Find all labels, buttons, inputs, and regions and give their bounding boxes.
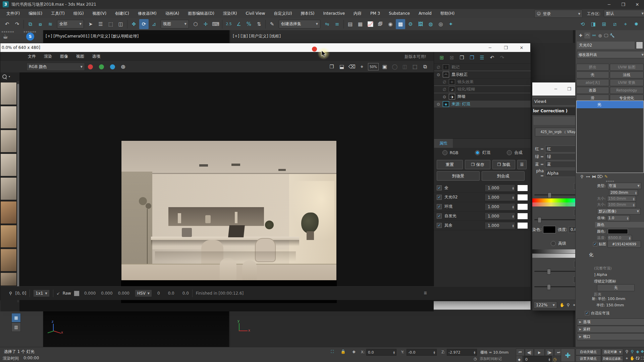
create-tab-icon[interactable]: ✚ [578,33,584,39]
viewport-right-label[interactable]: [+] [顶] [用户定义] [线框] [233,34,281,39]
redo-correction-icon[interactable]: ↷ [497,53,507,62]
rollout-sampling[interactable]: ▶采样 [577,326,644,333]
vfb-new-version-link[interactable]: 新版本可用! [405,54,426,60]
layer-row-lens-effects[interactable]: ∅ ✛ 镜头效果 [434,78,531,86]
texture-map-button[interactable]: #1914240699 [607,241,641,248]
menu-civil-view[interactable]: Civil View [241,9,270,18]
checkbox-checked-icon[interactable]: ✓ [593,242,597,246]
select-and-move-icon[interactable]: ✥ [129,19,139,29]
radio-rgb[interactable]: RGB [442,150,459,155]
modifier-button[interactable]: 改器 [576,87,609,94]
lightmix-menu-icon[interactable]: ☰ [517,160,527,169]
vfb-save-channels-icon[interactable]: ⬓ [337,62,347,71]
history-thumbnail[interactable] [0,249,17,272]
auto-key-button[interactable]: 自动关键点 [576,349,601,355]
slate-zoom-dropdown[interactable]: 122%▼ [534,301,557,309]
menu-content[interactable]: 内容 [349,9,366,18]
visibility-off-icon[interactable]: ∅ [440,80,449,84]
selection-lock-icon[interactable]: 🔒 [340,349,346,355]
snap-toggle-icon[interactable]: 2.5 [224,19,233,29]
vfb-save-image-icon[interactable]: ❒ [327,62,337,71]
vfb-minimize-icon[interactable]: ─ [483,43,497,52]
z-coordinate-field[interactable]: -2.972▲▼ [447,349,477,356]
lightmix-multiplier-spinner[interactable]: 1.000▲▼ [485,184,515,192]
keyboard-shortcut-override-icon[interactable]: ⌨ [211,19,220,29]
lightmix-multiplier-spinner[interactable]: 1.000▲▼ [485,203,515,210]
go-to-start-icon[interactable]: ⏮ [516,349,525,356]
red-channel-icon[interactable] [88,64,93,69]
render-production-icon[interactable]: ◍ [426,19,435,29]
workspace-dropdown[interactable]: 默认 ▼ [604,10,644,17]
layer-row-denoise[interactable]: ⊙ ◑ 降噪 [434,93,531,101]
menu-rendering[interactable]: 渲染(R) [219,9,241,18]
history-thumbnail[interactable] [0,154,17,176]
play-icon[interactable]: ▶ [534,349,545,356]
lightmix-multiplier-spinner[interactable]: 1.000▲▼ [485,213,515,220]
vfb-channel-dropdown[interactable]: RGB 颜色 ▼ [26,63,85,71]
vfb-canvas[interactable] [19,72,434,311]
lightmix-load-button[interactable]: ❐加载 [492,160,515,169]
param-dropdown[interactable]: 穹顶▼ [607,183,641,189]
param-spinner[interactable]: 1.0▲▼ [607,215,630,221]
select-and-link-icon[interactable]: ⧉ [25,19,35,29]
advanced-radio[interactable]: 高级 [551,241,566,246]
save-layers-icon[interactable]: ❒ [457,53,467,62]
previous-frame-icon[interactable]: ◀‖ [525,349,534,356]
render-setup-icon[interactable]: ⚙ [406,19,415,29]
param-spinner[interactable]: 100.0mm▲▼ [607,202,636,208]
object-color-swatch[interactable] [636,42,643,49]
zoom-icon[interactable]: ⚲ [565,302,571,308]
history-thumbnail[interactable] [0,82,17,105]
slate-material-editor-icon[interactable]: ▩ [396,19,405,29]
toolbar-array-icon[interactable]: ⊞ [599,19,609,29]
hierarchy-tab-icon[interactable]: ⚯ [591,33,597,39]
open-in-bifrost-icon[interactable]: ✦ [446,19,455,29]
curve-editor-icon[interactable]: 📈 [366,19,375,29]
modifier-button[interactable]: 壳 [576,71,609,78]
close-icon[interactable]: ✕ [631,0,644,9]
maximize-viewport-icon[interactable]: ⛶ [639,355,644,361]
modifier-button[interactable]: ator[大] [576,79,609,86]
current-frame-field[interactable]: 0▲▼ [524,356,552,362]
angle-snap-icon[interactable]: ∠ [234,19,244,29]
green-channel-icon[interactable] [99,64,104,69]
maximize-icon[interactable]: ❒ [616,0,630,9]
select-and-scale-icon[interactable]: ⊿ [149,19,159,29]
lightmix-reset-button[interactable]: 重置 [437,160,463,169]
viewport-layout-a-icon[interactable]: ▦ [11,313,21,322]
checkbox-checked-icon[interactable]: ✓ [437,185,442,190]
menu-edit[interactable]: 编辑(E) [24,9,47,18]
menu-group[interactable]: 组(G) [69,9,88,18]
add-time-tag[interactable]: 添加时间标记 [480,356,502,361]
menu-file[interactable]: 文件(F) [2,9,24,18]
pin-icon[interactable]: ⚲ [9,291,12,296]
menu-tools[interactable]: 工具(T) [47,9,69,18]
select-and-rotate-icon[interactable]: ⟳ [139,19,149,29]
vfb-statusbar-menu-icon[interactable]: ≣ [424,291,427,295]
remove-modifier-icon[interactable]: ⌦ [597,174,603,180]
stack-item-light[interactable]: 光 [577,101,643,108]
menu-customize[interactable]: 自定义(U) [269,9,296,18]
lightmix-color-swatch[interactable] [517,222,528,229]
vfb-stereo-icon[interactable]: ◯ [390,62,400,71]
vfb-menu-file[interactable]: 文件 [24,54,40,59]
spinner-snap-icon[interactable]: ⇅ [254,19,264,29]
history-thumbnail[interactable] [0,225,17,248]
toolbar-light-icon[interactable]: ✹ [632,19,641,29]
show-end-result-icon[interactable]: ⊶ [585,174,591,180]
lightmix-multiplier-spinner[interactable]: 1.000▲▼ [485,222,515,229]
modifier-button[interactable]: 挤出 [576,64,609,71]
checkbox-checked-icon[interactable]: ✓ [437,223,442,228]
visibility-off-icon[interactable]: ∅ [434,65,443,70]
modifier-button[interactable]: 法线 [610,71,644,78]
checkbox-checked-icon[interactable]: ✓ [437,195,442,200]
modifier-button[interactable]: UVW 变换 [610,79,644,86]
slate-maximize-icon[interactable]: ❒ [562,85,576,94]
srgb-toggle-icon[interactable]: ⊕ [118,62,128,71]
lightmix-color-swatch[interactable] [517,213,528,220]
minimize-icon[interactable]: ─ [602,0,616,9]
selection-filter-dropdown[interactable]: 全部 ▼ [57,20,84,28]
absolute-mode-icon[interactable]: ◈ [351,349,357,355]
delete-layer-icon[interactable]: ⊠ [447,53,457,62]
vfb-track-mouse-icon[interactable]: ⌖ [357,62,367,71]
